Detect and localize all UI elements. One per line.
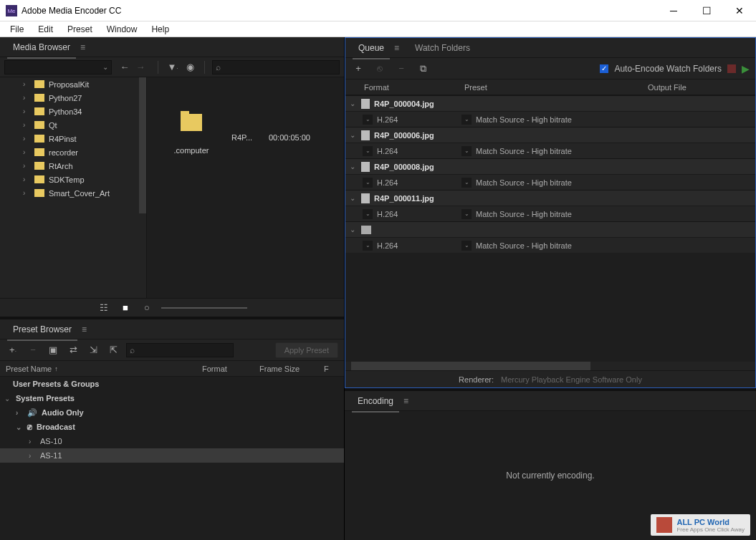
preset-dropdown-icon[interactable]: ⌄	[461, 241, 472, 251]
media-search-input[interactable]: ⌕	[212, 60, 340, 74]
folder-name: RtArch	[49, 162, 73, 170]
export-icon[interactable]: ⇱	[106, 343, 120, 357]
col-preset-name[interactable]: Preset Name	[6, 365, 52, 373]
horizontal-scrollbar[interactable]	[351, 362, 750, 370]
list-view-icon[interactable]: ☷	[97, 301, 111, 315]
folder-name: R4Pinst	[49, 135, 77, 143]
preset-category-broadcast[interactable]: ⌄⎚Broadcast	[0, 420, 344, 434]
preset-dropdown-icon[interactable]: ⌄	[461, 178, 472, 188]
watch-folders-tab[interactable]: Watch Folders	[409, 40, 476, 56]
stop-button[interactable]	[727, 64, 736, 73]
folder-tree-item[interactable]: ›RtArch	[0, 159, 146, 173]
folder-tree-item[interactable]: ›Smart_Cover_Art	[0, 186, 146, 200]
folder-tree-item[interactable]: ›R4Pinst	[0, 132, 146, 145]
queue-file-row[interactable]: ⌄R4P_000004.jpg	[345, 95, 755, 111]
duplicate-icon[interactable]: ⧉	[416, 62, 430, 76]
folder-tree-item[interactable]: ›Python27	[0, 91, 146, 105]
folder-tree-item[interactable]: ›recorder	[0, 145, 146, 159]
preset-dropdown-icon[interactable]: ⌄	[461, 115, 472, 125]
queue-file-row[interactable]: ⌄R4P_000011.jpg	[345, 190, 755, 206]
encoding-tab[interactable]: Encoding	[352, 393, 399, 409]
system-presets-group[interactable]: ⌄System Presets	[0, 391, 344, 405]
format-value: H.264	[377, 147, 398, 155]
col-frame-size[interactable]: Frame Size	[259, 365, 324, 373]
folder-icon	[34, 148, 44, 156]
settings-icon[interactable]: ⇄	[66, 343, 80, 357]
format-dropdown-icon[interactable]: ⌄	[363, 146, 373, 156]
chevron-down-icon: ⌄	[4, 395, 11, 402]
maximize-button[interactable]: ☐	[690, 0, 723, 21]
apply-preset-button[interactable]: Apply Preset	[275, 342, 338, 358]
ingest-icon[interactable]: ◉	[183, 60, 197, 74]
add-source-icon[interactable]: +	[351, 62, 365, 76]
menu-help[interactable]: Help	[144, 23, 176, 36]
panel-menu-icon[interactable]: ≡	[82, 324, 87, 334]
folder-item[interactable]: .computer	[151, 90, 231, 155]
remove-preset-icon[interactable]: −	[26, 343, 40, 357]
preset-dropdown-icon[interactable]: ⌄	[461, 209, 472, 219]
queue-output-row[interactable]: ⌄H.264⌄Match Source - High bitrate	[345, 111, 755, 127]
drive-dropdown[interactable]: ⌄	[4, 60, 112, 74]
media-item[interactable]: R4P... 00:00:05:00	[231, 90, 310, 142]
separator	[158, 61, 158, 74]
folder-icon	[34, 121, 44, 129]
start-queue-button[interactable]: ▶	[742, 63, 750, 74]
folder-tree[interactable]: ›ProposalKit›Python27›Python34›Qt›R4Pins…	[0, 77, 147, 298]
panel-menu-icon[interactable]: ≡	[394, 43, 399, 53]
preset-as10[interactable]: ›AS-10	[0, 434, 344, 448]
minimize-button[interactable]: ─	[657, 0, 690, 21]
import-icon[interactable]: ⇲	[86, 343, 100, 357]
format-dropdown-icon[interactable]: ⌄	[363, 209, 373, 219]
preset-dropdown-icon[interactable]: ⌄	[461, 146, 472, 156]
queue-file-row[interactable]: ⌄R4P_000008.jpg	[345, 158, 755, 174]
add-output-icon[interactable]: ⎋	[373, 62, 387, 76]
panel-menu-icon[interactable]: ≡	[80, 42, 85, 52]
sort-asc-icon[interactable]: ↑	[54, 365, 58, 372]
panel-menu-icon[interactable]: ≡	[403, 396, 408, 406]
zoom-slider[interactable]	[161, 307, 247, 309]
format-value: H.264	[377, 178, 398, 187]
folder-tree-item[interactable]: ›Qt	[0, 118, 146, 132]
thumb-view-icon[interactable]: ■	[118, 301, 133, 315]
format-dropdown-icon[interactable]: ⌄	[363, 115, 373, 125]
remove-icon[interactable]: −	[394, 62, 408, 76]
col-frame-rate[interactable]: F	[324, 365, 338, 373]
menu-edit[interactable]: Edit	[31, 23, 60, 36]
preset-category-audio[interactable]: ›🔊Audio Only	[0, 405, 344, 420]
format-dropdown-icon[interactable]: ⌄	[363, 241, 373, 251]
queue-file-row[interactable]: ⌄	[345, 221, 755, 237]
queue-output-row[interactable]: ⌄H.264⌄Match Source - High bitrate	[345, 206, 755, 221]
back-icon[interactable]: ←	[118, 60, 132, 74]
forward-icon[interactable]: →	[133, 60, 148, 74]
chevron-down-icon: ⌄	[350, 163, 357, 170]
col-format[interactable]: Format	[202, 365, 259, 373]
folder-tree-item[interactable]: ›SDKTemp	[0, 173, 146, 186]
add-preset-icon[interactable]: +.	[6, 343, 20, 357]
close-button[interactable]: ✕	[723, 0, 756, 21]
auto-encode-checkbox[interactable]: ✓	[600, 64, 608, 73]
user-presets-group[interactable]: User Presets & Groups	[0, 377, 344, 391]
folder-tree-item[interactable]: ›Python34	[0, 105, 146, 118]
new-group-icon[interactable]: ▣	[46, 343, 60, 357]
filter-icon[interactable]: ▼.	[166, 60, 180, 74]
menu-window[interactable]: Window	[100, 23, 145, 36]
queue-output-row[interactable]: ⌄H.264⌄Match Source - High bitrate	[345, 174, 755, 190]
queue-output-row[interactable]: ⌄H.264⌄Match Source - High bitrate	[345, 237, 755, 253]
preset-browser-tab[interactable]: Preset Browser	[7, 322, 77, 337]
queue-file-row[interactable]: ⌄R4P_000006.jpg	[345, 127, 755, 143]
queue-tab[interactable]: Queue	[353, 40, 390, 56]
tree-scrollbar[interactable]	[139, 77, 146, 213]
preset-search-input[interactable]: ⌕	[126, 343, 234, 357]
folder-name: Python34	[49, 107, 82, 116]
menu-preset[interactable]: Preset	[60, 23, 100, 36]
format-dropdown-icon[interactable]: ⌄	[363, 178, 373, 188]
media-browser-tab[interactable]: Media Browser	[7, 39, 76, 55]
preset-as11[interactable]: ›AS-11	[0, 448, 344, 463]
renderer-value[interactable]: Mercury Playback Engine Software Only	[501, 375, 642, 384]
chevron-right-icon: ›	[23, 107, 30, 115]
queue-output-row[interactable]: ⌄H.264⌄Match Source - High bitrate	[345, 143, 755, 158]
folder-tree-item[interactable]: ›ProposalKit	[0, 77, 146, 91]
media-grid[interactable]: .computer R4P... 00:00:05:00	[147, 77, 344, 298]
media-browser-header: Media Browser ≡	[0, 37, 344, 57]
menu-file[interactable]: File	[3, 23, 31, 36]
